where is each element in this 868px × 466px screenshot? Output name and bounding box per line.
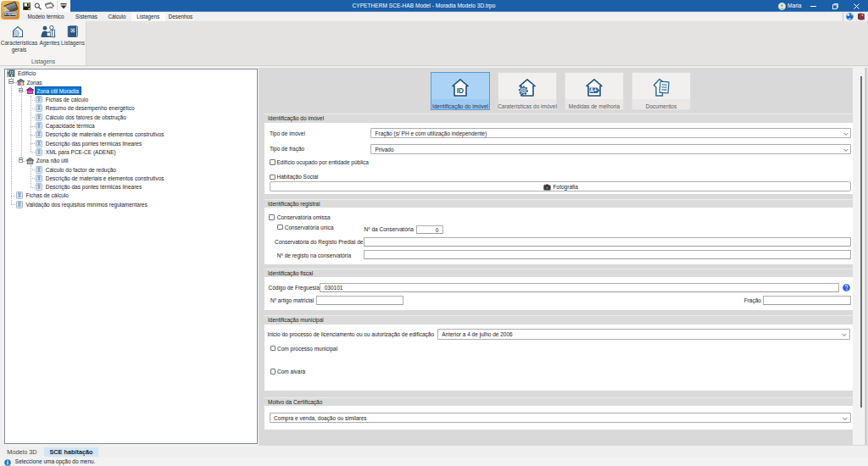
svg-text:A+: A+ [590, 87, 598, 93]
svg-text:ID: ID [457, 86, 465, 94]
svg-text:SCE: SCE [4, 13, 9, 16]
svg-text:HAB: HAB [10, 13, 16, 16]
